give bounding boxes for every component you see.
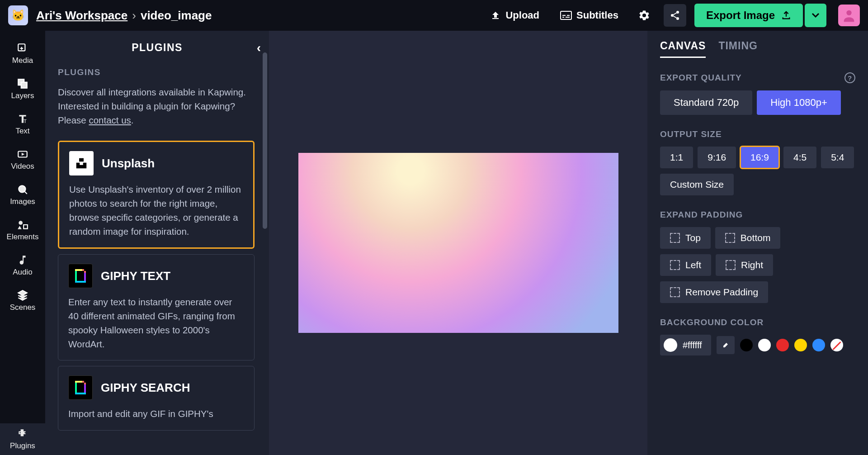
svg-rect-20	[75, 269, 82, 271]
svg-rect-28	[82, 381, 84, 383]
eyedropper-button[interactable]	[717, 336, 735, 354]
rail-layers[interactable]: Layers	[0, 73, 45, 105]
svg-point-6	[671, 14, 674, 17]
swatch-red[interactable]	[776, 339, 789, 351]
plugin-description: Import and edit any GIF in GIPHY's	[68, 407, 244, 421]
plugins-panel: PLUGINS ‹ PLUGINS Discover all integrati…	[45, 31, 269, 455]
workspace-avatar[interactable]: 🐱	[8, 5, 28, 25]
svg-rect-21	[75, 281, 86, 283]
svg-rect-11	[20, 48, 24, 49]
svg-point-7	[676, 17, 679, 20]
plugin-title: Unsplash	[102, 156, 155, 171]
swatch-yellow[interactable]	[794, 339, 807, 351]
project-name: video_image	[141, 9, 212, 23]
export-icon	[781, 10, 791, 20]
rail-audio[interactable]: Audio	[0, 250, 45, 281]
padding-remove[interactable]: Remove Padding	[660, 281, 768, 303]
svg-point-8	[846, 10, 851, 15]
tab-canvas[interactable]: CANVAS	[660, 40, 706, 58]
ratio-4-5[interactable]: 4:5	[783, 147, 816, 168]
svg-rect-13	[21, 82, 27, 88]
svg-point-16	[19, 185, 25, 192]
padding-bottom[interactable]: Bottom	[715, 227, 781, 249]
giphy-icon	[68, 264, 93, 288]
swatch-blue[interactable]	[812, 339, 825, 351]
tab-timing[interactable]: TIMING	[718, 40, 758, 58]
rail-text[interactable]: TText	[0, 109, 45, 140]
panel-scrollbar[interactable]	[263, 52, 267, 229]
current-color-swatch	[664, 338, 677, 352]
svg-point-17	[19, 221, 23, 225]
swatch-black[interactable]	[740, 339, 753, 351]
upload-icon	[490, 10, 501, 21]
ratio-5-4[interactable]: 5:4	[821, 147, 854, 168]
export-button[interactable]: Export Image	[694, 4, 803, 27]
plugin-title: GIPHY SEARCH	[101, 381, 190, 395]
rail-videos[interactable]: Videos	[0, 144, 45, 175]
settings-button[interactable]	[633, 4, 656, 27]
svg-rect-27	[75, 393, 86, 394]
gear-icon	[638, 9, 651, 22]
help-icon[interactable]: ?	[844, 72, 855, 83]
custom-size-button[interactable]: Custom Size	[660, 174, 734, 195]
ratio-16-9[interactable]: 16:9	[741, 147, 779, 168]
subtitles-button[interactable]: Subtitles	[554, 6, 625, 25]
giphy-icon	[68, 375, 93, 400]
workspace-link[interactable]: Ari's Workspace	[36, 9, 127, 23]
quality-high[interactable]: High 1080p+	[757, 90, 840, 115]
dashed-box-icon	[725, 233, 735, 243]
share-button[interactable]	[664, 4, 686, 27]
plugin-card-giphy-text[interactable]: GIPHY TEXT Enter any text to instantly g…	[58, 254, 255, 360]
dashed-box-icon	[670, 260, 680, 270]
dashed-box-icon	[726, 260, 736, 270]
breadcrumb: Ari's Workspace › video_image	[36, 9, 212, 23]
svg-text:T: T	[24, 118, 27, 124]
svg-rect-22	[82, 269, 84, 271]
padding-right[interactable]: Right	[716, 254, 773, 276]
svg-rect-18	[75, 269, 77, 283]
svg-rect-0	[561, 11, 571, 19]
output-size-label: OUTPUT SIZE	[660, 129, 722, 139]
padding-top[interactable]: Top	[660, 227, 711, 249]
canvas-content[interactable]	[298, 153, 618, 333]
plugin-card-unsplash[interactable]: Unsplash Use Unsplash's inventory of ove…	[58, 141, 255, 249]
upload-button[interactable]: Upload	[484, 6, 546, 25]
rail-plugins[interactable]: Plugins	[0, 423, 45, 455]
plugin-title: GIPHY TEXT	[101, 269, 170, 283]
color-hex-chip[interactable]: #ffffff	[660, 335, 711, 355]
contact-us-link[interactable]: contact us	[89, 115, 131, 125]
rail-media[interactable]: Media	[0, 38, 45, 70]
panel-title: PLUGINS	[132, 42, 183, 54]
svg-rect-24	[75, 381, 77, 394]
panel-collapse-button[interactable]: ‹	[257, 41, 261, 55]
subtitles-icon	[560, 11, 572, 20]
ratio-1-1[interactable]: 1:1	[660, 147, 693, 168]
plugins-description: Discover all integrations available in K…	[58, 85, 255, 127]
breadcrumb-separator: ›	[132, 9, 136, 23]
plugin-description: Use Unsplash's inventory of over 2 milli…	[69, 183, 243, 238]
app-header: 🐱 Ari's Workspace › video_image Upload S…	[0, 0, 868, 31]
tool-rail: Media Layers TText Videos Images Element…	[0, 31, 45, 455]
dashed-box-icon	[670, 287, 680, 297]
eyedropper-icon	[721, 341, 730, 350]
rail-scenes[interactable]: Scenes	[0, 285, 45, 317]
expand-padding-label: EXPAND PADDING	[660, 210, 743, 220]
swatch-white[interactable]	[758, 339, 771, 351]
svg-point-5	[676, 11, 679, 14]
padding-left[interactable]: Left	[660, 254, 711, 276]
quality-standard[interactable]: Standard 720p	[660, 90, 752, 115]
export-quality-label: EXPORT QUALITY	[660, 73, 742, 83]
ratio-9-16[interactable]: 9:16	[698, 147, 736, 168]
dashed-box-icon	[670, 233, 680, 243]
export-dropdown[interactable]	[805, 4, 826, 27]
plugin-card-giphy-search[interactable]: GIPHY SEARCH Import and edit any GIF in …	[58, 366, 255, 431]
chevron-left-icon: ‹	[257, 41, 261, 55]
rail-elements[interactable]: Elements	[0, 214, 45, 246]
rail-images[interactable]: Images	[0, 179, 45, 211]
chevron-down-icon	[811, 13, 820, 18]
svg-rect-29	[84, 383, 86, 384]
canvas-stage[interactable]	[269, 31, 647, 455]
plugins-subheading: PLUGINS	[58, 67, 255, 77]
swatch-none[interactable]	[830, 339, 843, 351]
user-avatar[interactable]	[838, 5, 860, 26]
